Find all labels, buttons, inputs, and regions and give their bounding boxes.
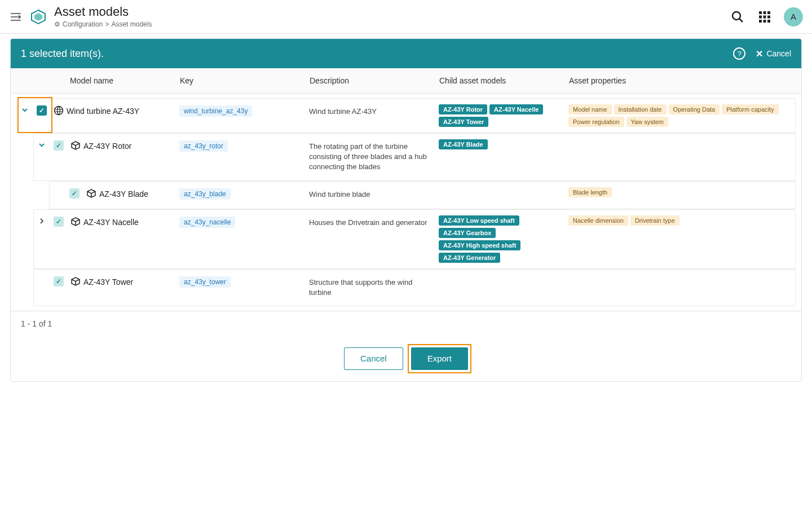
table-row[interactable]: ✓Wind turbine AZ-43Ywind_turbine_az_43yW… (16, 98, 796, 133)
selection-panel: 1 selected item(s). ? ✕ Cancel Model nam… (10, 38, 802, 382)
cube-icon (68, 210, 83, 227)
property-badge[interactable]: Platform capacity (722, 104, 778, 114)
col-header-child-models[interactable]: Child asset models (439, 76, 569, 85)
property-badge[interactable]: Drivetrain type (630, 215, 679, 226)
checkbox[interactable]: ✓ (37, 105, 47, 116)
chevron-down-icon[interactable] (21, 107, 28, 113)
model-description: Structure that supports the wind turbine (309, 270, 439, 306)
svg-point-13 (55, 107, 63, 115)
model-key-badge: az_43y_nacelle (179, 217, 235, 228)
cancel-button[interactable]: Cancel (344, 347, 403, 370)
check-icon: ✓ (72, 189, 77, 197)
col-header-key[interactable]: Key (180, 76, 310, 85)
model-name[interactable]: AZ-43Y Blade (99, 182, 179, 206)
col-header-description[interactable]: Description (310, 76, 439, 85)
tree-rows: ✓Wind turbine AZ-43Ywind_turbine_az_43yW… (11, 94, 801, 311)
svg-rect-5 (764, 11, 766, 14)
child-model-badge[interactable]: AZ-43Y Gearbox (439, 228, 496, 238)
svg-marker-1 (34, 13, 42, 21)
export-button[interactable]: Export (411, 347, 468, 370)
asset-properties-cell: Blade length (568, 182, 795, 203)
model-description: The rotating part of the turbine consist… (309, 134, 439, 180)
child-model-badge[interactable]: AZ-43Y Rotor (439, 104, 487, 114)
chevron-down-icon[interactable] (38, 142, 45, 148)
model-key-badge: wind_turbine_az_43y (179, 105, 252, 117)
property-badge[interactable]: Blade length (568, 187, 612, 197)
check-icon: ✓ (56, 142, 61, 149)
property-badge[interactable]: Power regulation (568, 117, 624, 127)
gear-icon: ⚙ (54, 20, 60, 28)
property-badge[interactable]: Nacelle dimension (568, 215, 628, 226)
selection-cancel-button[interactable]: ✕ Cancel (756, 49, 791, 59)
svg-point-2 (732, 12, 740, 20)
app-logo-icon (29, 8, 47, 26)
breadcrumb: ⚙ Configuration > Asset models (54, 20, 730, 28)
user-avatar[interactable]: A (784, 7, 803, 27)
svg-rect-8 (764, 15, 766, 18)
selection-bar: 1 selected item(s). ? ✕ Cancel (11, 39, 801, 68)
child-model-badge[interactable]: AZ-43Y High speed shaft (439, 240, 520, 250)
svg-rect-10 (759, 20, 762, 23)
child-models-cell: AZ-43Y Blade (439, 134, 568, 155)
checkbox[interactable]: ✓ (54, 140, 64, 151)
model-name[interactable]: Wind turbine AZ-43Y (67, 99, 179, 124)
svg-rect-6 (767, 11, 770, 14)
app-header: Asset models ⚙ Configuration > Asset mod… (0, 0, 812, 34)
property-badge[interactable]: Operating Data (669, 104, 720, 114)
help-icon[interactable]: ? (733, 47, 745, 60)
breadcrumb-root[interactable]: Configuration (63, 20, 103, 28)
model-key-badge: az_43y_rotor (179, 140, 228, 152)
child-models-cell: AZ-43Y RotorAZ-43Y NacelleAZ-43Y Tower (439, 99, 568, 133)
asset-properties-cell: Nacelle dimensionDrivetrain type (568, 210, 795, 231)
page-title: Asset models (54, 5, 730, 19)
search-icon[interactable] (730, 9, 745, 25)
child-model-badge[interactable]: AZ-43Y Low speed shaft (439, 215, 519, 226)
cube-icon (83, 182, 99, 199)
action-bar: Cancel Export (11, 336, 801, 381)
child-model-badge[interactable]: AZ-43Y Nacelle (489, 104, 543, 114)
checkbox[interactable]: ✓ (54, 217, 64, 227)
svg-rect-12 (767, 20, 770, 23)
child-model-badge[interactable]: AZ-43Y Generator (439, 253, 500, 263)
col-header-model-name[interactable]: Model name (16, 76, 180, 85)
checkbox[interactable]: ✓ (54, 276, 64, 286)
child-models-cell (439, 182, 568, 193)
child-model-badge[interactable]: AZ-43Y Blade (439, 139, 488, 149)
close-icon: ✕ (756, 49, 763, 59)
model-description: Wind turbine AZ-43Y (309, 99, 439, 125)
child-models-cell: AZ-43Y Low speed shaftAZ-43Y GearboxAZ-4… (439, 210, 568, 268)
table-row[interactable]: ✓AZ-43Y Nacelleaz_43y_nacelleHouses the … (33, 209, 796, 269)
model-description: Houses the Drivetrain and generator (309, 210, 439, 236)
asset-properties-cell (568, 134, 795, 145)
property-badge[interactable]: Installation date (614, 104, 667, 114)
check-icon: ✓ (39, 107, 45, 114)
model-name[interactable]: AZ-43Y Rotor (83, 134, 179, 158)
apps-grid-icon[interactable] (757, 9, 773, 25)
check-icon: ✓ (56, 218, 61, 226)
chevron-right-icon[interactable] (38, 218, 45, 224)
globe-icon (51, 99, 67, 116)
property-badge[interactable]: Model name (568, 104, 612, 114)
col-header-asset-properties[interactable]: Asset properties (569, 76, 796, 85)
table-row[interactable]: ✓AZ-43Y Bladeaz_43y_bladeWind turbine bl… (49, 181, 796, 209)
model-name[interactable]: AZ-43Y Nacelle (83, 210, 179, 235)
table-row[interactable]: ✓AZ-43Y Rotoraz_43y_rotorThe rotating pa… (33, 133, 796, 181)
table-row[interactable]: ✓AZ-43Y Toweraz_43y_towerStructure that … (33, 269, 796, 306)
checkbox[interactable]: ✓ (69, 188, 80, 199)
asset-properties-cell: Model nameInstallation dateOperating Dat… (568, 99, 795, 133)
child-model-badge[interactable]: AZ-43Y Tower (439, 117, 488, 127)
cube-icon (68, 134, 83, 151)
model-key-badge: az_43y_blade (179, 188, 231, 200)
property-badge[interactable]: Yaw system (626, 117, 668, 127)
selection-cancel-label: Cancel (766, 49, 791, 58)
column-headers: Model name Key Description Child asset m… (11, 68, 801, 94)
svg-rect-11 (764, 20, 766, 23)
menu-toggle-icon[interactable] (9, 10, 23, 24)
svg-rect-7 (759, 15, 762, 18)
model-name[interactable]: AZ-43Y Tower (83, 270, 179, 294)
child-models-cell (439, 270, 568, 281)
pagination: 1 - 1 of 1 (11, 311, 801, 336)
model-description: Wind turbine blade (309, 182, 439, 208)
svg-rect-4 (759, 11, 762, 14)
breadcrumb-sep: > (105, 20, 109, 28)
